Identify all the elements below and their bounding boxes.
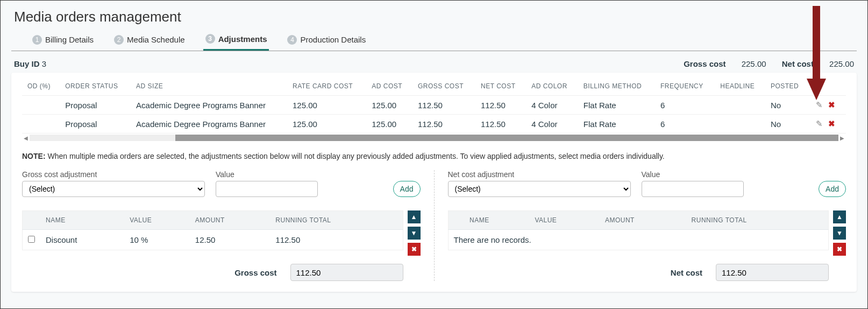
tab-label: Billing Details	[45, 35, 94, 44]
net-cost-header-value: 225.00	[829, 59, 854, 68]
col-headline[interactable]: HEADLINE	[715, 79, 765, 96]
buy-id-value: 3	[42, 59, 46, 68]
net-adjustment-section: Net cost adjustment (Select) Value Add	[434, 170, 846, 281]
edit-icon[interactable]: ✎	[814, 100, 824, 110]
tab-media-schedule[interactable]: 2 Media Schedule	[112, 31, 187, 51]
col-value: VALUE	[529, 211, 600, 230]
cell-rate: 125.00	[287, 115, 366, 134]
cell-gross: 112.50	[412, 115, 475, 134]
main-panel: OD (%) ORDER STATUS AD SIZE RATE CARD CO…	[11, 73, 857, 292]
col-value: VALUE	[124, 211, 190, 230]
cell-net: 112.50	[475, 115, 526, 134]
move-down-button[interactable]: ▼	[833, 227, 846, 240]
col-amount: AMOUNT	[600, 211, 686, 230]
tab-production-details[interactable]: 4 Production Details	[285, 31, 368, 51]
adj-row[interactable]: Discount 10 % 12.50 112.50	[23, 230, 403, 250]
gross-adj-label: Gross cost adjustment	[22, 170, 205, 179]
tab-number-icon: 2	[114, 35, 124, 45]
tabs-bar: 1 Billing Details 2 Media Schedule 3 Adj…	[11, 31, 857, 51]
col-gross[interactable]: GROSS COST	[412, 79, 475, 96]
scroll-right-icon[interactable]: ▶	[838, 135, 846, 141]
move-down-button[interactable]: ▼	[408, 227, 421, 240]
move-up-button[interactable]: ▲	[833, 210, 846, 223]
table-row[interactable]: Proposal Academic Degree Programs Banner…	[22, 96, 846, 115]
cell-headline	[715, 96, 765, 115]
scroll-left-icon[interactable]: ◀	[22, 135, 30, 141]
buy-id-label: Buy ID	[14, 59, 40, 68]
gross-adj-table: NAME VALUE AMOUNT RUNNING TOTAL Discount…	[22, 210, 403, 250]
cell-posted: No	[765, 115, 809, 134]
net-total-label: Net cost	[671, 268, 702, 277]
net-value-input[interactable]	[642, 181, 744, 197]
cell-net: 112.50	[475, 96, 526, 115]
cell-status: Proposal	[60, 115, 131, 134]
col-actions	[809, 79, 846, 96]
cell-color: 4 Color	[526, 96, 578, 115]
col-ad-cost[interactable]: AD COST	[366, 79, 412, 96]
tab-adjustments[interactable]: 3 Adjustments	[203, 31, 269, 51]
col-status[interactable]: ORDER STATUS	[60, 79, 131, 96]
add-gross-button[interactable]: Add	[393, 181, 421, 197]
col-check	[448, 211, 464, 230]
gross-total-label: Gross cost	[234, 268, 276, 277]
col-running: RUNNING TOTAL	[686, 211, 829, 230]
row-checkbox[interactable]	[28, 236, 35, 243]
col-od[interactable]: OD (%)	[22, 79, 60, 96]
net-adj-table: NAME VALUE AMOUNT RUNNING TOTAL There ar…	[448, 210, 829, 250]
cell-status: Proposal	[60, 96, 131, 115]
note-text: NOTE: When multiple media orders are sel…	[22, 152, 846, 160]
col-ad-size[interactable]: AD SIZE	[131, 79, 287, 96]
cell-rate: 125.00	[287, 96, 366, 115]
orders-table: OD (%) ORDER STATUS AD SIZE RATE CARD CO…	[22, 79, 846, 134]
value-label: Value	[642, 170, 744, 179]
col-net[interactable]: NET COST	[475, 79, 526, 96]
cell-running: 112.50	[270, 230, 403, 250]
edit-icon[interactable]: ✎	[814, 119, 824, 129]
cell-billing: Flat Rate	[578, 115, 655, 134]
delete-row-button[interactable]: ✖	[833, 243, 846, 256]
gross-adj-select[interactable]: (Select)	[22, 181, 205, 197]
tab-billing-details[interactable]: 1 Billing Details	[30, 31, 96, 51]
empty-row: There are no records.	[448, 230, 829, 250]
col-freq[interactable]: FREQUENCY	[655, 79, 715, 96]
page-title: Media orders management	[14, 9, 857, 25]
col-posted[interactable]: POSTED	[765, 79, 809, 96]
col-billing[interactable]: BILLING METHOD	[578, 79, 655, 96]
delete-row-button[interactable]: ✖	[408, 243, 421, 256]
delete-icon[interactable]: ✖	[827, 100, 837, 110]
cell-headline	[715, 115, 765, 134]
net-total-field	[716, 264, 829, 281]
cell-gross: 112.50	[412, 96, 475, 115]
gross-value-input[interactable]	[216, 181, 318, 197]
cell-billing: Flat Rate	[578, 96, 655, 115]
scroll-track[interactable]	[30, 135, 838, 141]
tab-label: Adjustments	[218, 34, 267, 44]
net-cost-header-label: Net cost	[782, 59, 814, 68]
cell-amount: 12.50	[190, 230, 271, 250]
gross-adjustment-section: Gross cost adjustment (Select) Value Add	[22, 170, 434, 281]
cell-od	[22, 115, 60, 134]
gross-cost-header-label: Gross cost	[684, 59, 725, 68]
table-row[interactable]: Proposal Academic Degree Programs Banner…	[22, 115, 846, 134]
net-adj-label: Net cost adjustment	[448, 170, 631, 179]
cell-color: 4 Color	[526, 115, 578, 134]
col-rate[interactable]: RATE CARD COST	[287, 79, 366, 96]
add-net-button[interactable]: Add	[819, 181, 846, 197]
cell-ad-size: Academic Degree Programs Banner	[131, 115, 287, 134]
cell-name: Discount	[40, 230, 124, 250]
net-adj-select[interactable]: (Select)	[448, 181, 631, 197]
move-up-button[interactable]: ▲	[408, 210, 421, 223]
tab-label: Production Details	[300, 35, 366, 44]
note-label: NOTE:	[22, 152, 46, 160]
col-color[interactable]: AD COLOR	[526, 79, 578, 96]
cell-freq: 6	[655, 115, 715, 134]
col-running: RUNNING TOTAL	[270, 211, 403, 230]
horizontal-scrollbar[interactable]: ◀ ▶	[22, 135, 846, 141]
no-records-text: There are no records.	[448, 230, 829, 250]
scroll-thumb[interactable]	[175, 135, 838, 141]
cell-od	[22, 96, 60, 115]
cell-posted: No	[765, 96, 809, 115]
delete-icon[interactable]: ✖	[827, 119, 837, 129]
tab-number-icon: 4	[287, 35, 297, 45]
col-name: NAME	[464, 211, 529, 230]
